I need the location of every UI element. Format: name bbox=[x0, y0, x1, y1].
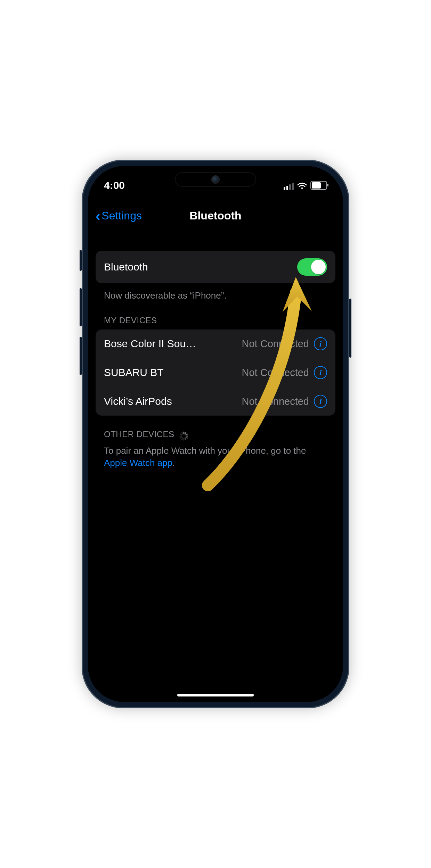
phone-frame: 4:00 ‹ Settings bbox=[82, 160, 349, 708]
other-devices-header: OTHER DEVICES bbox=[96, 416, 335, 443]
device-name: Bose Color II Sou… bbox=[104, 338, 196, 350]
screen: 4:00 ‹ Settings bbox=[88, 166, 343, 702]
bluetooth-toggle-label: Bluetooth bbox=[104, 261, 148, 273]
mute-switch bbox=[80, 250, 82, 271]
pairing-hint: To pair an Apple Watch with your iPhone,… bbox=[96, 443, 335, 469]
back-button[interactable]: ‹ Settings bbox=[96, 209, 142, 222]
device-row[interactable]: Vicki’s AirPods Not Connected i bbox=[96, 387, 335, 416]
wifi-icon bbox=[297, 182, 307, 190]
volume-up-button bbox=[80, 288, 82, 326]
device-status: Not Connected bbox=[242, 338, 309, 350]
my-devices-list: Bose Color II Sou… Not Connected i SUBAR… bbox=[96, 329, 335, 416]
front-camera-icon bbox=[211, 175, 220, 184]
device-status: Not Connected bbox=[242, 396, 309, 407]
home-indicator[interactable] bbox=[177, 694, 254, 696]
spinner-icon bbox=[179, 430, 188, 439]
device-name: SUBARU BT bbox=[104, 367, 164, 378]
device-row[interactable]: Bose Color II Sou… Not Connected i bbox=[96, 329, 335, 358]
discoverable-text: Now discoverable as “iPhone”. bbox=[96, 283, 335, 302]
bluetooth-toggle-group: Bluetooth bbox=[96, 251, 335, 283]
page-title: Bluetooth bbox=[189, 209, 241, 222]
cellular-signal-icon bbox=[284, 183, 294, 190]
device-name: Vicki’s AirPods bbox=[104, 395, 172, 407]
device-status: Not Connected bbox=[242, 367, 309, 378]
status-time: 4:00 bbox=[104, 180, 125, 191]
nav-header: ‹ Settings Bluetooth bbox=[88, 202, 343, 229]
volume-down-button bbox=[80, 337, 82, 375]
device-row[interactable]: SUBARU BT Not Connected i bbox=[96, 358, 335, 387]
bluetooth-toggle-switch[interactable] bbox=[297, 258, 327, 276]
info-icon[interactable]: i bbox=[314, 366, 327, 379]
dynamic-island bbox=[175, 172, 256, 187]
battery-icon bbox=[310, 181, 327, 190]
power-button bbox=[349, 299, 351, 358]
apple-watch-app-link[interactable]: Apple Watch app bbox=[104, 458, 172, 468]
info-icon[interactable]: i bbox=[314, 395, 327, 408]
info-icon[interactable]: i bbox=[314, 337, 327, 350]
back-button-label: Settings bbox=[101, 209, 142, 222]
my-devices-header: MY DEVICES bbox=[96, 302, 335, 329]
bluetooth-toggle-row[interactable]: Bluetooth bbox=[96, 251, 335, 283]
